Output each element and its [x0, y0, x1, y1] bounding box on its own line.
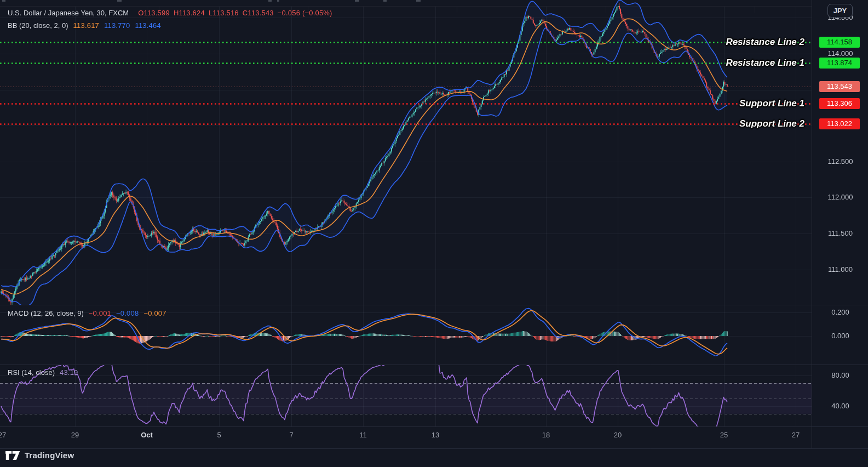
time-axis-label: 20	[614, 431, 622, 439]
price-axis-label: 112.500	[812, 157, 868, 167]
time-axis-label: 11	[359, 431, 367, 439]
current-price-badge: 113.543	[819, 81, 860, 92]
level-line-label[interactable]: Resistance Line 2	[726, 36, 804, 48]
time-axis-label: 18	[542, 431, 550, 439]
currency-button[interactable]: JPY	[827, 4, 853, 18]
level-price-badge[interactable]: 113.874	[819, 58, 860, 69]
time-axis-label: 27	[0, 431, 6, 439]
time-axis[interactable]: 2729Oct57111318202527	[0, 426, 812, 449]
rsi-axis-label: 80.00	[812, 371, 868, 380]
price-axis-label: 112.000	[812, 192, 868, 202]
macd-axis-label: 0.000	[812, 331, 868, 341]
time-axis-label: 7	[289, 431, 293, 439]
price-axis[interactable]: 114.500114.000112.500112.000111.500111.0…	[812, 0, 868, 448]
time-axis-label: 29	[71, 431, 79, 439]
time-axis-label: 5	[217, 431, 221, 439]
level-price-badge[interactable]: 113.022	[819, 118, 860, 129]
tradingview-logo[interactable]: TradingView	[5, 451, 74, 460]
level-labels-layer: Resistance Line 2Resistance Line 1Suppor…	[0, 0, 868, 467]
time-axis-label: 25	[720, 431, 728, 439]
level-line-label[interactable]: Resistance Line 1	[726, 57, 804, 69]
tradingview-logo-text: TradingView	[25, 451, 74, 460]
rsi-axis-label: 40.00	[812, 401, 868, 411]
level-price-badge[interactable]: 114.158	[819, 37, 860, 48]
trading-chart-window: U.S. Dollar / Japanese Yen, 30, FXCM O11…	[0, 0, 868, 467]
price-axis-label: 111.500	[812, 229, 868, 238]
level-line-label[interactable]: Support Line 1	[739, 98, 804, 110]
time-axis-label: 13	[432, 431, 439, 439]
time-axis-label: 27	[792, 431, 800, 439]
level-price-badge[interactable]: 113.306	[819, 98, 860, 109]
tradingview-logo-icon	[5, 451, 20, 460]
level-line-label[interactable]: Support Line 2	[739, 118, 804, 130]
macd-axis-label: 0.200	[812, 307, 868, 317]
price-axis-label: 111.000	[812, 265, 868, 275]
time-axis-label: Oct	[141, 431, 153, 439]
